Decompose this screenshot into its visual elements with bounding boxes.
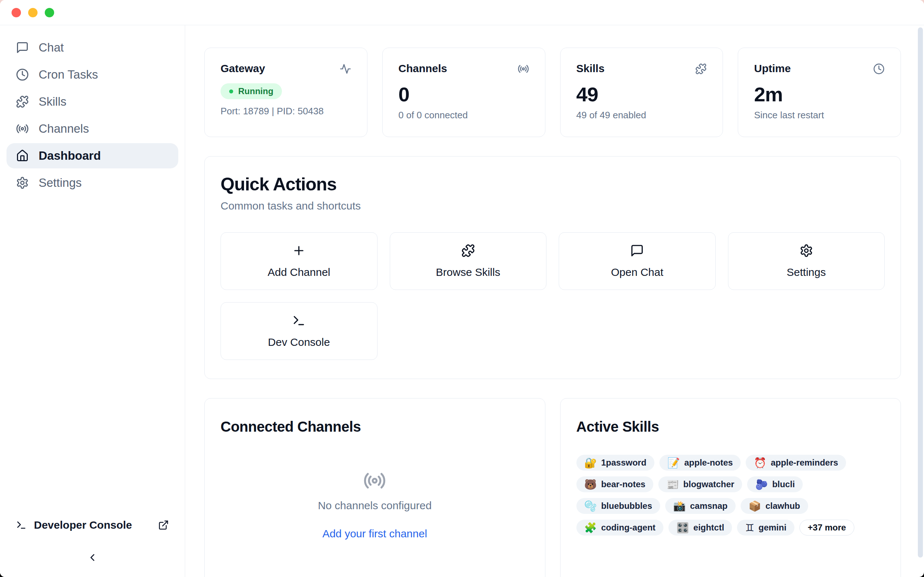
close-button[interactable] — [11, 8, 21, 17]
main-content: Gateway Running Port: 18789 | PID: 50438… — [185, 25, 924, 577]
sidebar-item-label: Channels — [39, 122, 89, 135]
skill-chip: 🧩coding-agent — [577, 520, 664, 535]
quick-actions-panel: Quick Actions Common tasks and shortcuts… — [204, 156, 901, 379]
skills-card: Skills 49 49 of 49 enabled — [560, 48, 723, 137]
more-skills-chip[interactable]: +37 more — [800, 520, 855, 535]
uptime-card: Uptime 2m Since last restart — [738, 48, 901, 137]
puzzle-icon — [461, 244, 475, 258]
lock-key-emoji: 🔐 — [584, 457, 597, 469]
connected-channels-card: Connected Channels No channels configure… — [204, 398, 545, 577]
skill-chip: 🔐1password — [577, 455, 654, 471]
app-window: Chat Cron Tasks Skills Channels Dashboar… — [0, 0, 924, 577]
clock-icon — [16, 68, 29, 81]
stats-row: Gateway Running Port: 18789 | PID: 50438… — [204, 48, 901, 137]
sidebar-item-cron-tasks[interactable]: Cron Tasks — [6, 62, 178, 87]
channels-empty-state: No channels configured Add your first ch… — [221, 469, 529, 540]
activity-icon — [340, 63, 351, 75]
chat-bubble-icon — [16, 41, 29, 54]
radio-icon — [518, 63, 529, 75]
gateway-card: Gateway Running Port: 18789 | PID: 50438 — [204, 48, 367, 137]
plus-icon — [292, 244, 306, 258]
memo-emoji: 📝 — [667, 457, 680, 469]
sidebar-item-channels[interactable]: Channels — [6, 116, 178, 141]
connected-channels-title: Connected Channels — [221, 419, 529, 435]
skill-chip: 📸camsnap — [665, 498, 736, 514]
add-channel-button[interactable]: Add Channel — [221, 232, 378, 290]
sidebar-item-chat[interactable]: Chat — [6, 35, 178, 60]
sidebar-item-dashboard[interactable]: Dashboard — [6, 143, 178, 168]
dev-console-button[interactable]: Dev Console — [221, 302, 378, 360]
sidebar: Chat Cron Tasks Skills Channels Dashboar… — [0, 25, 185, 577]
skill-chip: 🫐blucli — [747, 476, 803, 492]
home-icon — [16, 149, 29, 162]
channels-count: 0 — [399, 82, 529, 106]
title-bar — [0, 0, 924, 25]
quick-actions-title: Quick Actions — [221, 174, 885, 195]
sidebar-item-skills[interactable]: Skills — [6, 89, 178, 114]
gateway-status-badge: Running — [221, 83, 282, 99]
uptime-value: 2m — [754, 82, 885, 106]
radio-icon — [16, 122, 29, 135]
zoom-button[interactable] — [45, 8, 54, 17]
channels-card: Channels 0 0 of 0 connected — [382, 48, 545, 137]
newspaper-emoji: 📰 — [666, 479, 679, 490]
quick-actions-grid: Add Channel Browse Skills Open Chat Sett… — [221, 232, 885, 360]
external-link-icon[interactable] — [158, 520, 169, 530]
puzzle-icon — [695, 63, 707, 75]
status-dot — [229, 89, 233, 93]
bottom-row: Connected Channels No channels configure… — [204, 398, 901, 577]
developer-console-row[interactable]: Developer Console — [0, 518, 185, 532]
gear-icon — [16, 176, 29, 189]
add-first-channel-link[interactable]: Add your first channel — [221, 528, 529, 540]
skill-chip: 📰blogwatcher — [658, 476, 742, 492]
vertical-scrollbar[interactable] — [918, 27, 923, 558]
quick-actions-subtitle: Common tasks and shortcuts — [221, 200, 885, 212]
channels-card-title: Channels — [399, 62, 447, 75]
channels-caption: 0 of 0 connected — [399, 110, 529, 121]
chevron-left-icon — [87, 552, 98, 563]
sidebar-item-label: Skills — [39, 95, 66, 108]
bear-emoji: 🐻 — [584, 479, 597, 490]
alarm-clock-emoji: ⏰ — [754, 457, 766, 469]
chat-bubble-icon — [630, 244, 644, 258]
sidebar-item-settings[interactable]: Settings — [6, 170, 178, 195]
open-chat-button[interactable]: Open Chat — [559, 232, 716, 290]
sidebar-item-label: Chat — [39, 41, 64, 55]
gemini-emoji: ♊ — [745, 522, 754, 534]
skill-chip: ♊gemini — [737, 520, 794, 535]
sidebar-item-label: Dashboard — [39, 149, 101, 163]
minimize-button[interactable] — [28, 8, 37, 17]
gateway-card-title: Gateway — [221, 62, 265, 75]
skill-chips: 🔐1password 📝apple-notes ⏰apple-reminders… — [577, 455, 885, 535]
package-emoji: 📦 — [749, 500, 761, 512]
sidebar-item-label: Settings — [39, 176, 82, 190]
puzzle-emoji: 🧩 — [584, 522, 597, 534]
traffic-lights — [11, 8, 54, 17]
active-skills-title: Active Skills — [577, 419, 885, 435]
uptime-card-title: Uptime — [754, 62, 791, 75]
sidebar-footer: Developer Console — [0, 518, 185, 577]
camera-flash-emoji: 📸 — [673, 500, 686, 512]
skill-chip: 🐻bear-notes — [577, 476, 654, 492]
empty-state-text: No channels configured — [221, 500, 529, 512]
browse-skills-button[interactable]: Browse Skills — [390, 232, 547, 290]
gear-icon — [800, 244, 813, 258]
skill-chip: ⏰apple-reminders — [746, 455, 846, 471]
gateway-detail: Port: 18789 | PID: 50438 — [221, 106, 351, 117]
sidebar-collapse-button[interactable] — [0, 550, 185, 565]
control-knobs-emoji: 🎛️ — [677, 522, 689, 534]
blueberries-emoji: 🫐 — [755, 479, 768, 490]
skill-chip: 🫧bluebubbles — [577, 498, 660, 514]
developer-console-label: Developer Console — [34, 519, 151, 531]
skill-chip: 📦clawhub — [741, 498, 808, 514]
puzzle-icon — [16, 95, 29, 108]
skills-count: 49 — [577, 82, 707, 106]
settings-button[interactable]: Settings — [728, 232, 885, 290]
active-skills-card: Active Skills 🔐1password 📝apple-notes ⏰a… — [560, 398, 901, 577]
bubbles-emoji: 🫧 — [584, 500, 597, 512]
uptime-caption: Since last restart — [754, 110, 885, 121]
skill-chip: 🎛️eightctl — [669, 520, 732, 535]
skills-caption: 49 of 49 enabled — [577, 110, 707, 121]
sidebar-item-label: Cron Tasks — [39, 68, 98, 82]
skills-card-title: Skills — [577, 62, 604, 75]
